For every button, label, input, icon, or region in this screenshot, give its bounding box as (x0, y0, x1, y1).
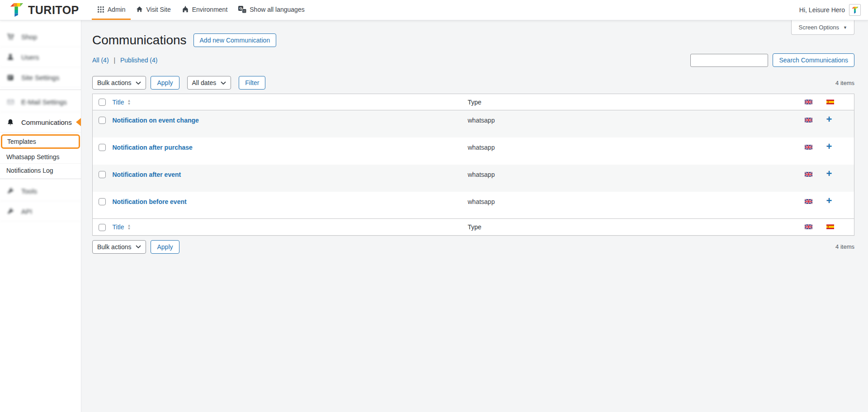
sidebar-subitem-notifications-log[interactable]: Notifications Log (0, 164, 81, 177)
sidebar-subitem-templates[interactable]: Templates (1, 134, 80, 149)
row-type: whatsapp (468, 144, 495, 151)
sidebar-item-shop[interactable]: Shop (0, 27, 81, 47)
sidebar-item-label: Users (21, 53, 39, 61)
nav-languages-label: Show all languages (250, 6, 304, 13)
user-greeting: Hi, Leisure Hero (799, 6, 845, 14)
bell-icon (6, 118, 14, 126)
dates-select[interactable]: All dates (187, 76, 231, 90)
row-checkbox[interactable] (99, 144, 106, 151)
sidebar-item-site-settings[interactable]: Site Settings (0, 67, 81, 88)
view-filters: All (4) | Published (4) (92, 57, 157, 64)
page-header: Communications Add new Communication (92, 33, 854, 47)
bulk-actions-label: Bulk actions (97, 243, 131, 251)
sidebar-item-users[interactable]: Users (0, 47, 81, 67)
row-title-link[interactable]: Notification after purchase (113, 144, 193, 151)
english-flag-icon[interactable] (805, 145, 812, 150)
sidebar-divider (0, 90, 81, 90)
row-type: whatsapp (468, 198, 495, 205)
sidebar-subitem-label: Notifications Log (6, 167, 53, 174)
english-flag-icon[interactable] (805, 172, 812, 177)
title-column-header: Title (113, 99, 124, 106)
avatar[interactable] (849, 4, 861, 16)
select-all-checkbox[interactable] (99, 99, 106, 106)
svg-text:G: G (240, 6, 242, 10)
sort-by-title-link[interactable]: Title ▲▼ (113, 223, 131, 231)
filter-button[interactable]: Filter (239, 76, 265, 90)
chevron-down-icon (136, 245, 141, 248)
row-title-link[interactable]: Notification after event (113, 171, 181, 178)
row-type: whatsapp (468, 171, 495, 178)
bulk-actions-label: Bulk actions (97, 79, 131, 86)
active-menu-arrow (76, 118, 81, 126)
svg-text:☆: ☆ (243, 9, 245, 12)
add-translation-icon[interactable]: + (826, 171, 832, 176)
user-icon (6, 53, 14, 61)
table-footer-row: Title ▲▼ Type (93, 219, 854, 235)
spanish-flag-icon[interactable] (826, 99, 834, 104)
dates-label: All dates (192, 79, 217, 86)
table-toolbar-top: Bulk actions Apply All dates Filter 4 it… (92, 76, 854, 90)
sort-by-title-link[interactable]: Title ▲▼ (113, 99, 131, 106)
main-content: Screen Options ▼ Communications Add new … (81, 20, 868, 412)
row-title-link[interactable]: Notification before event (113, 198, 187, 205)
sidebar-subitem-label: Whatsapp Settings (6, 153, 60, 161)
view-all-link[interactable]: All (4) (92, 57, 109, 64)
topbar-account: Hi, Leisure Hero (799, 0, 861, 20)
table-row: Notification after purchase whatsapp + (93, 137, 854, 165)
search-area: Search Communications (690, 53, 854, 67)
nav-visit-site[interactable]: Visit Site (131, 0, 176, 20)
nav-admin-label: Admin (108, 6, 126, 13)
nav-environment[interactable]: Environment (176, 0, 233, 20)
sidebar-item-label: Site Settings (21, 74, 59, 81)
brand-logo[interactable]: TURITOP (9, 0, 79, 20)
sidebar-item-api[interactable]: API (0, 201, 81, 222)
building-icon (182, 6, 189, 13)
sidebar-divider (0, 179, 81, 179)
topbar-nav: Admin Visit Site Environment G ☆ Show al (92, 0, 310, 20)
add-translation-icon[interactable]: + (826, 144, 832, 149)
sidebar-item-label: Shop (21, 33, 37, 41)
table-row: Notification on event change whatsapp + (93, 110, 854, 137)
sidebar-item-label: Tools (21, 187, 37, 195)
sidebar-subitem-whatsapp-settings[interactable]: Whatsapp Settings (0, 151, 81, 164)
sort-icon: ▲▼ (127, 224, 131, 230)
english-flag-icon[interactable] (805, 199, 812, 204)
apply-button[interactable]: Apply (151, 76, 179, 90)
wrench-icon (6, 208, 14, 215)
title-column-header: Title (113, 223, 124, 231)
add-translation-icon[interactable]: + (826, 198, 832, 204)
apply-button[interactable]: Apply (151, 240, 179, 254)
nav-admin[interactable]: Admin (92, 0, 131, 20)
bulk-actions-select[interactable]: Bulk actions (92, 76, 146, 90)
add-translation-icon[interactable]: + (826, 117, 832, 122)
view-published-link[interactable]: Published (4) (120, 57, 158, 64)
home-icon (136, 6, 143, 13)
items-count: 4 items (835, 80, 854, 86)
topbar: TURITOP Admin Visit Site Environment (0, 0, 868, 20)
english-flag-icon[interactable] (805, 224, 812, 229)
search-input[interactable] (690, 54, 768, 67)
site-settings-icon (6, 74, 14, 81)
row-checkbox[interactable] (99, 117, 106, 124)
sidebar-item-email-settings[interactable]: E-Mail Settings (0, 92, 81, 112)
items-count: 4 items (835, 243, 854, 250)
bulk-actions-select[interactable]: Bulk actions (92, 240, 146, 254)
sidebar: Shop Users Site Settings E-Mail Settings (0, 20, 81, 412)
translate-icon: G ☆ (238, 6, 246, 13)
sidebar-item-communications[interactable]: Communications (0, 112, 81, 133)
chevron-down-icon (136, 81, 141, 85)
nav-show-all-languages[interactable]: G ☆ Show all languages (233, 0, 310, 20)
sidebar-item-tools[interactable]: Tools (0, 181, 81, 201)
screen-options-button[interactable]: Screen Options ▼ (791, 20, 854, 35)
add-new-communication-button[interactable]: Add new Communication (193, 33, 277, 47)
row-checkbox[interactable] (99, 198, 106, 205)
select-all-checkbox[interactable] (99, 224, 106, 231)
row-title-link[interactable]: Notification on event change (113, 117, 199, 124)
row-checkbox[interactable] (99, 171, 106, 178)
table-body: Notification on event change whatsapp + … (93, 110, 854, 219)
spanish-flag-icon[interactable] (826, 224, 834, 229)
english-flag-icon[interactable] (805, 118, 812, 123)
search-communications-button[interactable]: Search Communications (773, 53, 854, 67)
english-flag-icon[interactable] (805, 99, 812, 104)
chevron-down-icon (221, 81, 226, 85)
